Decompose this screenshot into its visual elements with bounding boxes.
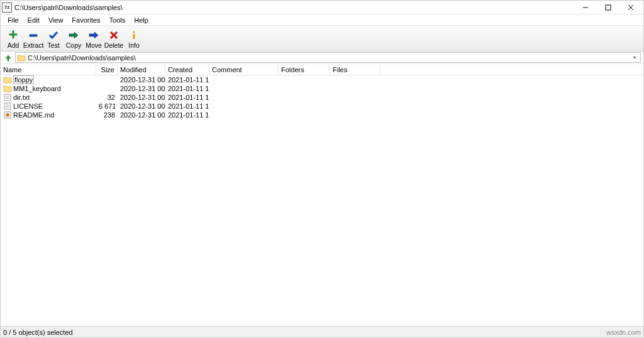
delete-button[interactable]: Delete — [104, 28, 124, 49]
file-created: 2021-01-11 18:18 — [165, 111, 209, 119]
info-icon — [128, 29, 140, 41]
window-title: C:\Users\patri\Downloads\samples\ — [14, 4, 574, 11]
watermark: wsxdn.com — [606, 329, 641, 336]
move-button[interactable]: Move — [84, 28, 104, 49]
column-size[interactable]: Size — [96, 64, 118, 75]
text-icon — [3, 94, 12, 101]
minimize-button[interactable] — [574, 1, 597, 14]
file-name: MM1_keyboard — [13, 85, 61, 92]
info-label: Info — [128, 41, 140, 49]
menu-favorites[interactable]: Favorites — [67, 16, 104, 25]
column-modified[interactable]: Modified — [118, 64, 165, 75]
add-icon — [7, 29, 19, 41]
file-modified: 2020-12-31 00:25 — [118, 94, 165, 101]
folder-icon — [3, 76, 12, 84]
test-button[interactable]: Test — [43, 28, 64, 49]
extract-label: Extract — [23, 41, 44, 49]
file-modified: 2020-12-31 00:09 — [118, 85, 165, 92]
file-row[interactable]: MM1_keyboard 2020-12-31 00:09 2021-01-11… — [1, 84, 643, 93]
svg-rect-4 — [30, 35, 37, 36]
copy-label: Copy — [66, 41, 82, 49]
folder-icon — [17, 54, 26, 62]
menu-tools[interactable]: Tools — [105, 16, 130, 25]
file-name: LICENSE — [13, 102, 43, 110]
address-dropdown-icon[interactable]: ▾ — [630, 55, 639, 60]
file-name: dir.txt — [13, 94, 30, 101]
column-headers: Name Size Modified Created Comment Folde… — [1, 64, 643, 75]
statusbar: 0 / 5 object(s) selected wsxdn.com — [1, 326, 643, 337]
window-controls — [574, 1, 642, 14]
up-button[interactable] — [3, 53, 13, 63]
folder-icon — [3, 85, 12, 92]
move-icon — [87, 29, 100, 41]
delete-icon — [108, 29, 120, 41]
test-label: Test — [47, 41, 59, 49]
extract-icon — [27, 29, 40, 41]
file-modified: 2020-12-31 00:25 — [118, 102, 165, 110]
address-input[interactable] — [28, 54, 630, 62]
info-button[interactable]: Info — [124, 28, 144, 49]
file-row[interactable]: README.md 238 2020-12-31 00:25 2021-01-1… — [1, 111, 643, 119]
copy-button[interactable]: Copy — [64, 28, 84, 49]
file-name: README.md — [13, 111, 54, 119]
file-row[interactable]: LICENSE 6 671 2020-12-31 00:25 2021-01-1… — [1, 102, 643, 111]
menu-view[interactable]: View — [44, 16, 68, 25]
column-folders[interactable]: Folders — [279, 64, 330, 75]
file-created: 2021-01-11 18:18 — [165, 102, 209, 110]
file-size: 238 — [96, 111, 118, 119]
file-created: 2021-01-11 18:17 — [165, 85, 209, 92]
file-size: 6 671 — [96, 102, 118, 110]
menu-edit[interactable]: Edit — [23, 16, 44, 25]
menu-help[interactable]: Help — [130, 16, 153, 25]
toolbar: AddExtractTestCopyMoveDeleteInfo — [1, 26, 643, 52]
file-name: floppy — [13, 75, 34, 84]
file-modified: 2020-12-31 00:25 — [118, 111, 165, 119]
column-comment[interactable]: Comment — [209, 64, 279, 75]
menubar: FileEditViewFavoritesToolsHelp — [1, 14, 643, 26]
status-text: 0 / 5 object(s) selected — [3, 329, 73, 336]
md-icon — [3, 111, 12, 119]
maximize-button[interactable] — [597, 1, 619, 14]
file-size: 32 — [96, 94, 118, 101]
column-files[interactable]: Files — [330, 64, 380, 75]
delete-label: Delete — [104, 41, 123, 49]
svg-point-16 — [6, 113, 9, 117]
test-icon — [47, 29, 60, 41]
add-button[interactable]: Add — [3, 28, 23, 49]
file-list[interactable]: floppy 2020-12-31 00:09 2021-01-11 18:17… — [1, 75, 643, 326]
address-input-container: ▾ — [15, 52, 641, 63]
menu-file[interactable]: File — [3, 16, 23, 25]
file-created: 2021-01-11 18:17 — [165, 76, 209, 84]
file-created: 2021-01-11 18:18 — [165, 94, 209, 101]
svg-rect-1 — [606, 5, 611, 10]
titlebar: 7z C:\Users\patri\Downloads\samples\ — [1, 1, 643, 14]
close-button[interactable] — [619, 1, 642, 14]
text-icon — [3, 102, 12, 110]
column-created[interactable]: Created — [165, 64, 209, 75]
file-modified: 2020-12-31 00:09 — [118, 76, 165, 84]
extract-button[interactable]: Extract — [23, 28, 43, 49]
address-bar: ▾ — [1, 52, 643, 64]
svg-rect-6 — [133, 34, 135, 39]
move-label: Move — [86, 41, 102, 49]
svg-point-5 — [133, 31, 135, 33]
add-label: Add — [8, 41, 19, 49]
file-row[interactable]: floppy 2020-12-31 00:09 2021-01-11 18:17 — [1, 75, 643, 84]
app-icon: 7z — [2, 3, 12, 13]
column-name[interactable]: Name — [1, 64, 96, 75]
file-row[interactable]: dir.txt 32 2020-12-31 00:25 2021-01-11 1… — [1, 93, 643, 102]
copy-icon — [67, 29, 80, 41]
